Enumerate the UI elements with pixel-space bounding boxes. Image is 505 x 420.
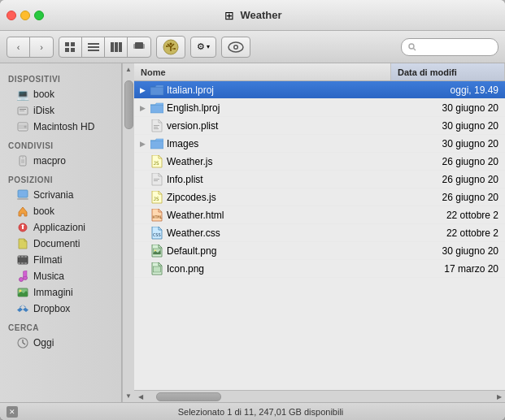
sidebar-item-macpro[interactable]: macpro [0, 153, 121, 169]
folder-icon [150, 137, 163, 150]
sidebar-item-book[interactable]: 💻 book [0, 86, 121, 102]
file-row[interactable]: ▶ Info.plist [134, 171, 505, 188]
file-list-container: Nome Data di modifi ▶ [134, 63, 505, 402]
main-window: ⊞ Weather ‹ › [0, 0, 505, 420]
scroll-up-arrow[interactable]: ▲ [123, 63, 135, 76]
column-view-button[interactable] [105, 37, 128, 57]
sidebar-section-posizioni: POSIZIONI [0, 169, 121, 187]
sidebar-item-macintosh[interactable]: Macintosh HD [0, 119, 121, 135]
sidebar-item-label: iDisk [33, 105, 54, 116]
title-bar: ⊞ Weather [0, 0, 505, 31]
scroll-track[interactable] [123, 76, 134, 390]
icon-view-button[interactable] [59, 37, 82, 57]
file-row[interactable]: ▶ HTML Weather.html 2 [134, 206, 505, 224]
sidebar-item-scrivania[interactable]: Scrivania [0, 187, 121, 203]
js-file-icon: JS [150, 191, 163, 204]
file-row[interactable]: ▶ CSS Weather.css 22 [134, 224, 505, 242]
status-bar: ✕ Selezionato 1 di 11, 247,01 GB disponi… [0, 402, 505, 420]
expand-spacer: ▶ [137, 122, 147, 130]
sidebar-item-oggi[interactable]: Oggi [0, 335, 121, 351]
file-name: Italian.lproj [167, 84, 214, 96]
documents-icon [16, 237, 29, 250]
back-button[interactable]: ‹ [7, 37, 30, 57]
sidebar-item-filmati[interactable]: Filmati [0, 252, 121, 268]
file-row-name: ▶ Info.plist [134, 173, 391, 186]
file-name: Icon.png [167, 263, 204, 275]
sidebar-item-label: macpro [33, 155, 66, 167]
file-area-scroll: ▲ ▼ Nome Data di modifi [122, 63, 505, 402]
toolbar: ‹ › [0, 31, 505, 63]
sidebar-item-label: Macintosh HD [33, 121, 94, 132]
file-name: Info.plist [167, 174, 203, 185]
sidebar-item-musica[interactable]: Musica [0, 268, 121, 284]
file-row-name: ▶ Italian.lproj [134, 84, 391, 97]
svg-rect-39 [24, 256, 27, 258]
expand-spacer: ▶ [137, 247, 147, 255]
svg-point-31 [22, 157, 24, 158]
sidebar-item-label: Documenti [33, 238, 80, 249]
sidebar-item-dropbox[interactable]: Dropbox [0, 301, 121, 317]
sidebar-item-idisk[interactable]: iDisk [0, 102, 121, 119]
file-row-date: 26 giugno 20 [391, 156, 505, 167]
file-row[interactable]: ▶ Icon.png 17 marzo [134, 260, 505, 278]
coverflow-view-button[interactable] [128, 37, 150, 57]
filter-button[interactable] [156, 36, 185, 58]
svg-point-21 [235, 45, 237, 48]
svg-point-16 [166, 45, 168, 47]
file-row-name: ▶ Defau [134, 245, 391, 258]
scroll-left-arrow[interactable]: ◀ [134, 391, 146, 403]
svg-rect-2 [65, 48, 69, 52]
expand-arrow: ▶ [137, 140, 147, 148]
action-button[interactable]: ⚙ ▾ [190, 37, 216, 58]
sidebar-item-applicazioni[interactable]: Applicazioni [0, 219, 121, 236]
expand-spacer: ▶ [137, 158, 147, 166]
file-row[interactable]: ▶ English.lproj 30 giugno 20 [134, 99, 505, 117]
svg-rect-38 [21, 256, 24, 258]
movies-icon [16, 253, 29, 266]
file-name: Default.png [167, 245, 216, 257]
traffic-lights [7, 11, 44, 20]
file-row[interactable]: ▶ JS Zipcodes.js 26 g [134, 188, 505, 206]
search-field[interactable] [401, 38, 498, 56]
png-file-icon [150, 262, 163, 275]
date-column-header[interactable]: Data di modifi [391, 63, 505, 80]
forward-button[interactable]: › [30, 37, 53, 57]
expand-spacer: ▶ [137, 229, 147, 237]
scroll-right-arrow[interactable]: ▶ [493, 391, 505, 403]
scroll-thumb[interactable] [124, 80, 133, 129]
list-view-button[interactable] [82, 37, 105, 57]
horizontal-scrollbar[interactable]: ◀ ▶ [134, 390, 505, 402]
sidebar-item-immagini[interactable]: Immagini [0, 284, 121, 301]
scroll-down-arrow[interactable]: ▼ [123, 390, 135, 402]
svg-rect-12 [141, 44, 145, 49]
file-row-date: oggi, 19.49 [391, 84, 505, 96]
svg-point-22 [409, 44, 414, 49]
file-row[interactable]: ▶ versi [134, 117, 505, 135]
window-title: Weather [240, 9, 281, 21]
svg-text:CSS: CSS [153, 232, 161, 237]
close-button[interactable] [7, 11, 16, 20]
quicklook-button[interactable] [221, 37, 250, 58]
svg-point-43 [20, 278, 24, 282]
file-row-date: 26 giugno 20 [391, 174, 505, 185]
macpro-icon [16, 154, 29, 167]
file-row[interactable]: ▶ Italian.lproj oggi, 19.49 [134, 81, 505, 99]
minimize-button[interactable] [20, 11, 30, 20]
png-file-icon [150, 245, 163, 258]
file-row[interactable]: ▶ Defau [134, 242, 505, 260]
svg-rect-32 [21, 159, 24, 163]
vertical-scrollbar[interactable]: ▲ ▼ [122, 63, 134, 402]
search-input[interactable] [419, 42, 491, 52]
file-row[interactable]: ▶ Images 30 giugno 20 [134, 135, 505, 153]
sidebar-item-label: Scrivania [33, 189, 73, 201]
file-row[interactable]: ▶ JS Weather.js 26 gi [134, 153, 505, 171]
sidebar-item-documenti[interactable]: Documenti [0, 236, 121, 252]
sidebar-item-label: Musica [33, 271, 64, 282]
hscroll-track[interactable] [146, 391, 493, 402]
name-column-header[interactable]: Nome [134, 63, 391, 80]
maximize-button[interactable] [34, 11, 44, 20]
sidebar-item-book2[interactable]: book [0, 203, 121, 219]
file-row-name: ▶ HTML Weather.html [134, 209, 391, 222]
file-row-date: 22 ottobre 2 [391, 227, 505, 239]
hscroll-thumb[interactable] [156, 392, 221, 401]
